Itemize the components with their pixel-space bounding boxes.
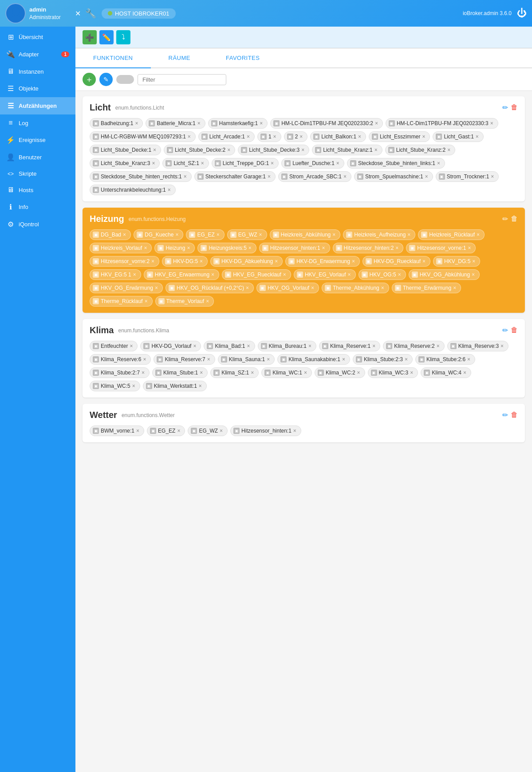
tag-close-button[interactable]: × bbox=[304, 370, 307, 375]
tag-close-button[interactable]: × bbox=[145, 299, 148, 304]
tag-close-button[interactable]: × bbox=[199, 383, 202, 389]
tag-close-button[interactable]: × bbox=[405, 357, 408, 362]
tag-close-button[interactable]: × bbox=[246, 285, 249, 291]
section-edit-btn-licht[interactable]: ✏ bbox=[502, 103, 508, 112]
tag-close-button[interactable]: × bbox=[472, 272, 475, 277]
tag-close-button[interactable]: × bbox=[381, 285, 384, 291]
sidebar-item-iqontrol[interactable]: ⚙ iQontrol bbox=[0, 216, 75, 233]
tag-close-button[interactable]: × bbox=[168, 187, 171, 193]
tag-close-button[interactable]: × bbox=[206, 299, 209, 304]
tag-close-button[interactable]: × bbox=[342, 357, 345, 362]
tab-funktionen[interactable]: FUNKTIONEN bbox=[75, 48, 151, 68]
sidebar-item-hosts[interactable]: 🖥 Hosts bbox=[0, 181, 75, 198]
section-edit-btn-wetter[interactable]: ✏ bbox=[502, 411, 508, 419]
close-icon[interactable]: ✕ bbox=[75, 9, 81, 18]
tag-close-button[interactable]: × bbox=[151, 259, 154, 264]
tag-close-button[interactable]: × bbox=[437, 343, 440, 349]
tag-close-button[interactable]: × bbox=[201, 161, 204, 166]
tag-close-button[interactable]: × bbox=[211, 272, 214, 277]
host-badge[interactable]: HOST IOBROKER01 bbox=[102, 8, 176, 19]
tag-close-button[interactable]: × bbox=[247, 343, 250, 349]
tag-close-button[interactable]: × bbox=[343, 174, 347, 179]
tag-close-button[interactable]: × bbox=[251, 370, 254, 375]
tag-close-button[interactable]: × bbox=[200, 370, 203, 375]
tag-close-button[interactable]: × bbox=[143, 357, 146, 362]
tag-close-button[interactable]: × bbox=[357, 370, 360, 375]
tag-close-button[interactable]: × bbox=[217, 232, 220, 237]
power-icon[interactable]: ⏻ bbox=[517, 8, 527, 19]
tag-close-button[interactable]: × bbox=[358, 134, 361, 139]
tag-close-button[interactable]: × bbox=[336, 161, 339, 166]
tag-close-button[interactable]: × bbox=[200, 259, 203, 264]
tag-close-button[interactable]: × bbox=[268, 174, 271, 179]
tag-close-button[interactable]: × bbox=[273, 134, 276, 139]
tag-close-button[interactable]: × bbox=[177, 428, 180, 433]
tag-close-button[interactable]: × bbox=[259, 232, 262, 237]
tag-close-button[interactable]: × bbox=[271, 161, 274, 166]
tag-close-button[interactable]: × bbox=[500, 343, 504, 349]
sidebar-item-objekte[interactable]: ☰ Objekte bbox=[0, 80, 75, 97]
tag-close-button[interactable]: × bbox=[247, 134, 250, 139]
filter-toggle[interactable] bbox=[116, 75, 134, 84]
tag-close-button[interactable]: × bbox=[422, 259, 426, 264]
tag-close-button[interactable]: × bbox=[207, 357, 210, 362]
section-delete-btn-wetter[interactable]: 🗑 bbox=[511, 411, 518, 419]
tag-close-button[interactable]: × bbox=[422, 134, 425, 139]
tag-close-button[interactable]: × bbox=[144, 245, 147, 251]
sidebar-item-skripte[interactable]: <> Skripte bbox=[0, 166, 75, 181]
tag-close-button[interactable]: × bbox=[467, 357, 470, 362]
tag-close-button[interactable]: × bbox=[476, 134, 479, 139]
tag-close-button[interactable]: × bbox=[132, 383, 135, 389]
tag-close-button[interactable]: × bbox=[453, 285, 456, 291]
sidebar-item-instanzen[interactable]: 🖥 Instanzen bbox=[0, 63, 75, 80]
sidebar-item-aufzahlungen[interactable]: ☰ Aufzählungen bbox=[0, 97, 75, 114]
tag-close-button[interactable]: × bbox=[348, 272, 351, 277]
sidebar-item-adapter[interactable]: 🔌 Adapter 1 bbox=[0, 46, 75, 63]
tag-close-button[interactable]: × bbox=[142, 370, 145, 375]
tag-close-button[interactable]: × bbox=[155, 285, 158, 291]
tag-close-button[interactable]: × bbox=[332, 232, 335, 237]
tag-close-button[interactable]: × bbox=[188, 134, 191, 139]
filter-add-button[interactable]: ＋ bbox=[83, 73, 96, 86]
tag-close-button[interactable]: × bbox=[322, 245, 325, 251]
filter-input[interactable] bbox=[138, 74, 226, 85]
import-button[interactable]: ⤵ bbox=[116, 30, 130, 44]
tab-favorites[interactable]: FAVORITES bbox=[208, 48, 278, 68]
tag-close-button[interactable]: × bbox=[175, 232, 178, 237]
tag-close-button[interactable]: × bbox=[395, 245, 398, 251]
tag-close-button[interactable]: × bbox=[375, 121, 378, 126]
tag-close-button[interactable]: × bbox=[437, 161, 440, 166]
tag-close-button[interactable]: × bbox=[187, 245, 190, 251]
tag-close-button[interactable]: × bbox=[447, 147, 450, 153]
tab-raume[interactable]: RÄUME bbox=[151, 48, 208, 68]
tag-close-button[interactable]: × bbox=[472, 259, 475, 264]
filter-edit-button[interactable]: ✎ bbox=[99, 73, 113, 86]
tag-close-button[interactable]: × bbox=[197, 121, 201, 126]
tag-close-button[interactable]: × bbox=[193, 343, 196, 349]
sidebar-item-ereignisse[interactable]: ⚡ Ereignisse bbox=[0, 131, 75, 149]
tag-close-button[interactable]: × bbox=[267, 357, 270, 362]
tag-close-button[interactable]: × bbox=[136, 428, 139, 433]
tag-close-button[interactable]: × bbox=[248, 245, 252, 251]
tag-close-button[interactable]: × bbox=[299, 134, 303, 139]
tag-close-button[interactable]: × bbox=[275, 259, 278, 264]
tag-close-button[interactable]: × bbox=[153, 147, 156, 153]
sidebar-item-log[interactable]: ≡ Log bbox=[0, 114, 75, 131]
tag-close-button[interactable]: × bbox=[352, 259, 355, 264]
section-delete-btn-klima[interactable]: 🗑 bbox=[511, 326, 518, 335]
tag-close-button[interactable]: × bbox=[425, 174, 428, 179]
section-edit-btn-klima[interactable]: ✏ bbox=[502, 326, 508, 335]
tag-close-button[interactable]: × bbox=[135, 121, 138, 126]
sidebar-item-info[interactable]: ℹ Info bbox=[0, 198, 75, 216]
tag-close-button[interactable]: × bbox=[490, 121, 493, 126]
tag-close-button[interactable]: × bbox=[374, 147, 378, 153]
tag-close-button[interactable]: × bbox=[407, 232, 410, 237]
tag-close-button[interactable]: × bbox=[283, 272, 286, 277]
tag-close-button[interactable]: × bbox=[311, 285, 314, 291]
tag-close-button[interactable]: × bbox=[123, 232, 126, 237]
sidebar-item-ubersicht[interactable]: ⊞ Übersicht bbox=[0, 28, 75, 46]
section-delete-btn-licht[interactable]: 🗑 bbox=[511, 103, 518, 112]
tag-close-button[interactable]: × bbox=[133, 272, 136, 277]
tag-close-button[interactable]: × bbox=[398, 272, 401, 277]
tag-close-button[interactable]: × bbox=[293, 428, 296, 433]
